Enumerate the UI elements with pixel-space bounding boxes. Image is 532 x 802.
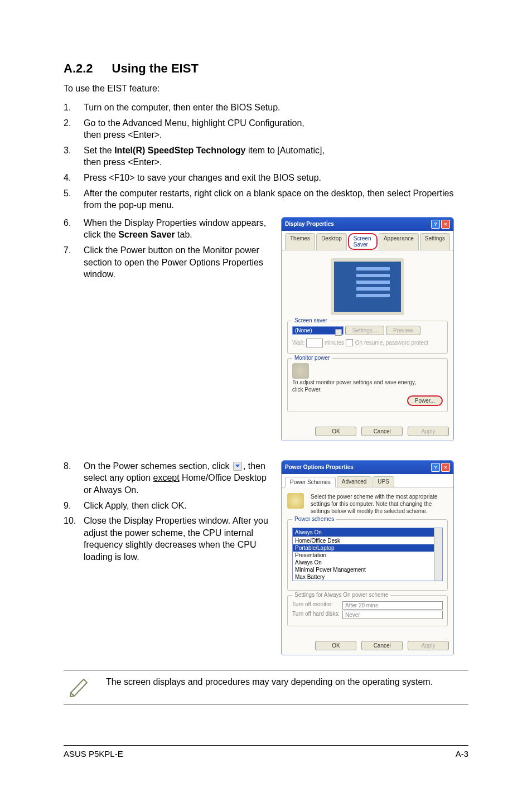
screensaver-select[interactable]: (None) xyxy=(292,326,344,335)
page-footer: ASUS P5KPL-E A-3 xyxy=(64,745,468,758)
power-scheme-combo[interactable]: Always On Home/Office Desk Portable/Lapt… xyxy=(292,528,443,581)
monitor-icon xyxy=(292,363,309,379)
titlebar: Display Properties ?× xyxy=(282,218,453,231)
step-num: 9. xyxy=(64,500,84,512)
tab-settings[interactable]: Settings xyxy=(420,233,450,250)
step-text: Close the Display Properties window. Aft… xyxy=(84,515,270,563)
close-icon[interactable]: × xyxy=(441,463,450,472)
wait-minutes-field[interactable] xyxy=(306,339,323,347)
preview-button[interactable]: Preview xyxy=(386,326,420,335)
tab-desktop[interactable]: Desktop xyxy=(316,233,347,250)
group-label: Power schemes xyxy=(292,516,336,522)
note-box: The screen displays and procedures may v… xyxy=(64,670,468,704)
tab-ups[interactable]: UPS xyxy=(373,476,394,487)
note-text: The screen displays and procedures may v… xyxy=(106,676,468,688)
titlebar: Power Options Properties ?× xyxy=(282,461,453,474)
footer-left: ASUS P5KPL-E xyxy=(64,749,123,758)
section-heading: A.2.2Using the EIST xyxy=(64,61,468,76)
step-num: 4. xyxy=(64,172,84,184)
step-num: 8. xyxy=(64,460,84,496)
ok-button[interactable]: OK xyxy=(315,427,356,436)
heading-title: Using the EIST xyxy=(112,61,199,75)
turn-off-monitor-label: Turn off monitor: xyxy=(292,601,342,610)
step-text: Press <F10> to save your changes and exi… xyxy=(84,172,468,184)
step-text: Click Apply, then click OK. xyxy=(84,500,270,512)
minutes-label: minutes xyxy=(325,339,344,345)
step-num: 5. xyxy=(64,187,84,211)
dialog-title: Power Options Properties xyxy=(285,464,354,470)
ok-button[interactable]: OK xyxy=(315,641,356,650)
combo-current: Always On xyxy=(293,528,442,537)
step-num: 6. xyxy=(64,217,84,241)
tabstrip: Power Schemes Advanced UPS xyxy=(282,474,453,487)
combo-option[interactable]: Always On xyxy=(293,559,442,566)
combo-option[interactable]: Max Battery xyxy=(293,573,442,581)
chevron-down-icon xyxy=(233,462,242,471)
tab-themes[interactable]: Themes xyxy=(285,233,315,250)
combo-option[interactable]: Home/Office Desk xyxy=(293,537,442,544)
cancel-button[interactable]: Cancel xyxy=(361,427,403,436)
turn-off-monitor-select[interactable]: After 20 mins xyxy=(342,601,443,610)
dialog-footer: OK Cancel Apply xyxy=(282,636,453,655)
screensaver-group: Screen saver (None) Settings... Preview … xyxy=(287,321,448,354)
monitor-power-text: To adjust monitor power settings and sav… xyxy=(292,379,426,393)
cancel-button[interactable]: Cancel xyxy=(361,641,403,650)
chevron-down-icon[interactable] xyxy=(434,528,442,581)
resume-label: On resume, password protect xyxy=(355,339,428,345)
steps-list-3: 8.On the Power schemes section, click , … xyxy=(64,460,270,563)
power-icon xyxy=(287,493,304,509)
intro-text: To use the EIST feature: xyxy=(64,84,468,94)
step-text: Set the Intel(R) SpeedStep Technology it… xyxy=(84,144,468,168)
apply-button[interactable]: Apply xyxy=(408,427,449,436)
combo-option[interactable]: Minimal Power Management xyxy=(293,566,442,573)
group-label: Monitor power xyxy=(292,355,332,361)
step-num: 2. xyxy=(64,117,84,141)
group-label: Screen saver xyxy=(292,317,330,323)
tab-power-schemes[interactable]: Power Schemes xyxy=(285,477,336,487)
dialog-footer: OK Cancel Apply xyxy=(282,422,453,441)
steps-list-1: 1.Turn on the computer, then enter the B… xyxy=(64,102,468,215)
monitor-preview xyxy=(331,258,404,315)
step-num: 1. xyxy=(64,102,84,114)
combo-option[interactable]: Portable/Laptop xyxy=(293,544,442,552)
turn-off-hd-label: Turn off hard disks: xyxy=(292,611,342,619)
monitor-power-group: Monitor power To adjust monitor power se… xyxy=(287,358,448,412)
group-label: Settings for Always On power scheme xyxy=(292,592,390,598)
note-icon xyxy=(64,676,95,698)
footer-right: A-3 xyxy=(456,749,468,758)
apply-button[interactable]: Apply xyxy=(408,641,449,650)
dialog-title: Display Properties xyxy=(285,221,334,227)
scheme-settings-group: Settings for Always On power scheme Turn… xyxy=(287,595,448,626)
settings-button[interactable]: Settings... xyxy=(345,326,384,335)
display-properties-dialog: Display Properties ?× Themes Desktop Scr… xyxy=(281,217,454,441)
step-text: After the computer restarts, right click… xyxy=(84,187,468,211)
step-text: Turn on the computer, then enter the BIO… xyxy=(84,102,468,114)
resume-checkbox[interactable] xyxy=(346,339,353,346)
scheme-description: Select the power scheme with the most ap… xyxy=(311,493,444,515)
tab-screen-saver[interactable]: Screen Saver xyxy=(348,233,378,250)
step-text: On the Power schemes section, click , th… xyxy=(84,460,270,496)
steps-list-2: 6.When the Display Properties window app… xyxy=(64,217,270,281)
heading-number: A.2.2 xyxy=(64,61,93,76)
close-icon[interactable]: × xyxy=(441,220,450,229)
help-icon[interactable]: ? xyxy=(431,463,440,472)
tab-advanced[interactable]: Advanced xyxy=(337,476,371,487)
turn-off-hd-select[interactable]: Never xyxy=(342,611,443,619)
tab-appearance[interactable]: Appearance xyxy=(379,233,419,250)
power-button[interactable]: Power... xyxy=(407,395,443,406)
power-schemes-group: Power schemes Always On Home/Office Desk… xyxy=(287,519,448,591)
tabstrip: Themes Desktop Screen Saver Appearance S… xyxy=(282,231,453,250)
wait-label: Wait: xyxy=(292,339,304,345)
step-num: 3. xyxy=(64,144,84,168)
step-num: 7. xyxy=(64,244,84,281)
step-text: Click the Power button on the Monitor po… xyxy=(84,244,270,281)
combo-option[interactable]: Presentation xyxy=(293,552,442,559)
help-icon[interactable]: ? xyxy=(431,220,440,229)
step-text: Go to the Advanced Menu, highlight CPU C… xyxy=(84,117,468,141)
power-options-dialog: Power Options Properties ?× Power Scheme… xyxy=(281,460,454,655)
step-text: When the Display Properties window appea… xyxy=(84,217,270,241)
step-num: 10. xyxy=(64,515,84,563)
combo-dropdown: Home/Office Desk Portable/Laptop Present… xyxy=(293,537,442,581)
